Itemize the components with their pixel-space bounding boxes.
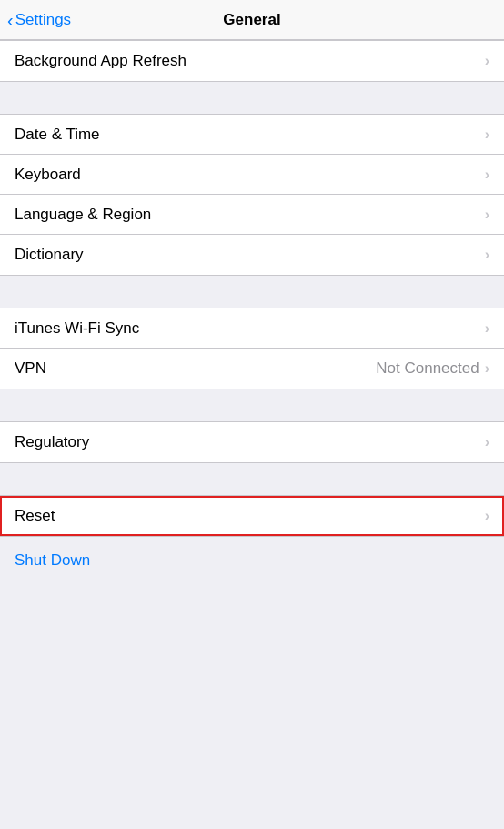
chevron-right-icon: › xyxy=(485,207,489,223)
list-item-shutdown[interactable]: Shut Down xyxy=(0,537,504,577)
item-right-date-time: › xyxy=(485,126,489,143)
chevron-right-icon: › xyxy=(485,247,489,263)
list-item-reset[interactable]: Reset › xyxy=(0,496,504,536)
list-item-keyboard[interactable]: Keyboard › xyxy=(0,155,504,195)
list-item-regulatory[interactable]: Regulatory › xyxy=(0,422,504,462)
list-item-language-region[interactable]: Language & Region › xyxy=(0,195,504,235)
item-right-dictionary: › xyxy=(485,247,489,263)
section-group-4: Regulatory › xyxy=(0,421,504,463)
item-label-reset: Reset xyxy=(15,507,55,525)
item-label-dictionary: Dictionary xyxy=(15,246,84,264)
back-button[interactable]: ‹ Settings xyxy=(7,11,71,29)
item-label-background-app-refresh: Background App Refresh xyxy=(15,52,186,70)
list-item-dictionary[interactable]: Dictionary › xyxy=(0,235,504,275)
chevron-right-icon: › xyxy=(485,320,489,337)
vpn-status-value: Not Connected xyxy=(376,359,479,378)
section-separator-4 xyxy=(0,463,504,495)
item-right-itunes-wifi-sync: › xyxy=(485,320,489,337)
item-label-date-time: Date & Time xyxy=(15,126,100,144)
chevron-right-icon: › xyxy=(485,434,489,450)
chevron-right-icon: › xyxy=(485,167,489,183)
item-label-itunes-wifi-sync: iTunes Wi-Fi Sync xyxy=(15,319,139,338)
item-right-background-app-refresh: › xyxy=(485,53,489,69)
list-item-background-app-refresh[interactable]: Background App Refresh › xyxy=(0,41,504,81)
chevron-right-icon: › xyxy=(485,508,489,524)
navigation-bar: ‹ Settings General xyxy=(0,0,504,40)
list-item-date-time[interactable]: Date & Time › xyxy=(0,115,504,155)
chevron-right-icon: › xyxy=(485,360,489,377)
item-right-reset: › xyxy=(485,508,489,524)
group-block-3: iTunes Wi-Fi Sync › VPN Not Connected › xyxy=(0,308,504,389)
back-chevron-icon: ‹ xyxy=(7,11,14,29)
item-label-language-region: Language & Region xyxy=(15,206,151,224)
section-group-3: iTunes Wi-Fi Sync › VPN Not Connected › xyxy=(0,308,504,389)
section-separator-3 xyxy=(0,389,504,421)
item-right-keyboard: › xyxy=(485,167,489,183)
page-title: General xyxy=(223,11,280,29)
item-label-vpn: VPN xyxy=(15,359,46,378)
section-group-1: Background App Refresh › xyxy=(0,40,504,82)
section-separator-1 xyxy=(0,82,504,114)
group-block-2: Date & Time › Keyboard › Language & Regi… xyxy=(0,114,504,276)
list-item-vpn[interactable]: VPN Not Connected › xyxy=(0,349,504,389)
chevron-right-icon: › xyxy=(485,126,489,143)
chevron-right-icon: › xyxy=(485,53,489,69)
section-group-2: Date & Time › Keyboard › Language & Regi… xyxy=(0,114,504,276)
item-label-regulatory: Regulatory xyxy=(15,433,89,451)
item-label-keyboard: Keyboard xyxy=(15,166,81,184)
group-block-5: Reset › xyxy=(0,495,504,537)
item-right-vpn: Not Connected › xyxy=(376,359,489,378)
section-group-5: Reset › xyxy=(0,495,504,537)
item-label-shutdown: Shut Down xyxy=(15,551,90,570)
item-right-regulatory: › xyxy=(485,434,489,450)
back-label: Settings xyxy=(15,11,71,29)
group-block-1: Background App Refresh › xyxy=(0,40,504,82)
group-block-4: Regulatory › xyxy=(0,421,504,463)
item-right-language-region: › xyxy=(485,207,489,223)
list-item-itunes-wifi-sync[interactable]: iTunes Wi-Fi Sync › xyxy=(0,308,504,349)
section-separator-2 xyxy=(0,276,504,308)
